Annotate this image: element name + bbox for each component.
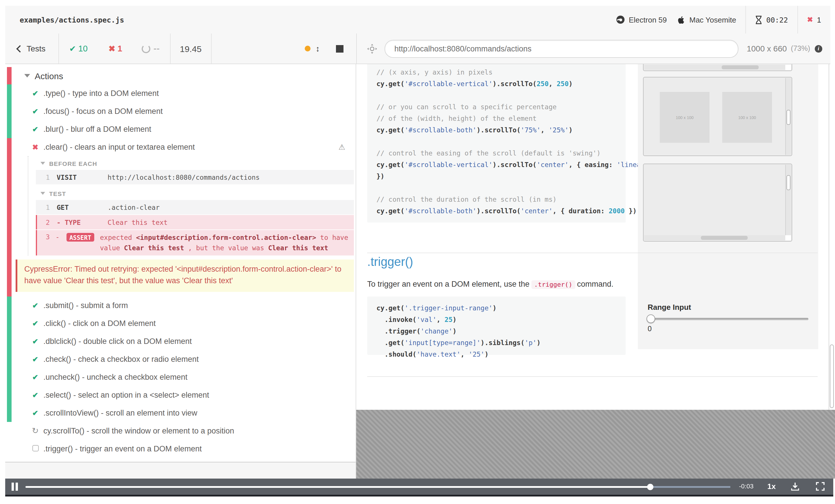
test-stats: ✔10 ✖1 -- xyxy=(59,34,170,64)
reporter-controls: Tests ✔10 ✖1 -- 19.45 ↕ xyxy=(5,34,357,64)
test-row[interactable]: .trigger() - trigger an event on a DOM e… xyxy=(12,440,355,458)
collapse-triangle-icon xyxy=(24,74,30,78)
code-line: cy.get('#scrollable-both').scrollTo('75%… xyxy=(376,124,616,136)
before-each-label: BEFORE EACH xyxy=(49,160,97,167)
test-label: .scrollIntoView() - scroll an element in… xyxy=(43,408,197,417)
collapse-triangle-icon xyxy=(40,192,45,195)
horizontal-scrollbar[interactable] xyxy=(644,65,785,70)
suite-actions[interactable]: Actions xyxy=(12,67,355,84)
command-row-type[interactable]: 2 - TYPE Clear this text xyxy=(36,215,354,229)
scroll-updown-icon[interactable]: ↕ xyxy=(316,44,320,53)
pending-stat: -- xyxy=(142,43,160,54)
test-row[interactable]: ✔.check() - check a checkbox or radio el… xyxy=(12,350,355,368)
vertical-scrollbar[interactable] xyxy=(785,165,791,235)
trigger-code-block: cy.get('.trigger-input-range') .invoke('… xyxy=(367,296,626,355)
viewport-zoom: (73%) xyxy=(791,44,810,52)
scrollbar-thumb[interactable] xyxy=(787,175,791,190)
scrollbar-thumb[interactable] xyxy=(830,344,834,408)
command-row-assert[interactable]: 3 - ASSERT expected <input#description.f… xyxy=(36,230,354,255)
chevron-left-icon xyxy=(16,45,23,52)
trigger-section-heading[interactable]: .trigger() xyxy=(367,255,413,269)
command-row-get[interactable]: 1 GET .action-clear xyxy=(36,200,354,214)
code-line: // of the (width, height) of the element xyxy=(376,113,616,124)
scrollbar-thumb[interactable] xyxy=(722,65,758,69)
aut-page-scrollbar[interactable] xyxy=(829,64,835,410)
pause-button[interactable] xyxy=(12,483,18,491)
download-icon[interactable] xyxy=(791,482,800,493)
test-row[interactable]: ✔.uncheck() - uncheck a checkbox element xyxy=(12,368,355,386)
range-slider[interactable] xyxy=(648,318,809,320)
scrollto-code-block: // (x axis, y axis) in pixelscy.get('#sc… xyxy=(367,64,626,223)
viewport-size: 1000 x 660 xyxy=(747,44,787,53)
suite-status-strip xyxy=(7,67,12,84)
scrollable-both-box[interactable] xyxy=(643,164,792,241)
section-divider xyxy=(367,253,818,253)
check-icon: ✔ xyxy=(30,89,40,98)
test-row[interactable]: ✔.dblclick() - double click on a DOM ele… xyxy=(12,332,355,350)
selector-playground-icon[interactable] xyxy=(367,44,377,54)
scrollable-vertical-box[interactable]: 100 x 100 100 x 100 xyxy=(643,77,792,156)
command-message: .action-clear xyxy=(107,203,160,211)
failed-test-detail: BEFORE EACH 1 VISIT http://localhost:808… xyxy=(28,156,355,255)
autoscroll-indicator-icon[interactable] xyxy=(305,46,310,51)
scrollbar-corner xyxy=(785,65,791,70)
test-row[interactable]: ↻cy.scrollTo() - scroll the window or el… xyxy=(12,422,355,440)
cypress-error-box[interactable]: CypressError: Timed out retrying: expect… xyxy=(16,259,354,292)
progress-thumb[interactable] xyxy=(647,483,653,490)
test-row[interactable]: ✔.select() - select an option in a <sele… xyxy=(12,386,355,404)
check-icon: ✔ xyxy=(30,373,40,381)
scrollbar-thumb[interactable] xyxy=(701,236,748,240)
code-line: .trigger('change') xyxy=(376,326,616,337)
elapsed-time: 00:22 xyxy=(766,15,788,24)
code-line: .invoke('val', 25) xyxy=(376,314,616,326)
range-slider-thumb[interactable] xyxy=(647,314,655,323)
command-number: 1 xyxy=(36,173,50,181)
placeholder-image: 100 x 100 xyxy=(722,92,772,143)
code-line xyxy=(376,89,616,101)
test-row[interactable]: ✔.focus() - focus on a DOM element xyxy=(12,102,355,120)
playback-speed-button[interactable]: 1x xyxy=(767,482,776,490)
test-row-clear-failed[interactable]: ✖ .clear() - clears an input or textarea… xyxy=(12,138,355,156)
fullscreen-icon[interactable] xyxy=(816,482,824,493)
pending-box-icon xyxy=(32,445,38,451)
desc-text: To trigger an event on a DOM element, us… xyxy=(367,280,529,289)
test-row[interactable]: ✔.blur() - blur off a DOM element xyxy=(12,120,355,138)
aut-url-input[interactable]: http://localhost:8080/commands/actions xyxy=(385,40,739,58)
section-divider xyxy=(367,376,818,377)
stop-button[interactable] xyxy=(336,45,344,52)
scrollable-horizontal-box[interactable] xyxy=(643,64,792,71)
test-section-header[interactable]: TEST xyxy=(28,187,355,200)
code-line xyxy=(376,136,616,147)
back-to-tests-button[interactable]: Tests xyxy=(5,34,58,64)
main-area: Actions ✔.type() - type into a DOM eleme… xyxy=(5,64,835,479)
viewport-info-icon[interactable]: i xyxy=(815,45,822,52)
test-row[interactable]: ✔.type() - type into a DOM element xyxy=(12,84,355,102)
scrollbar-thumb[interactable] xyxy=(787,110,791,125)
spec-filename: examples/actions.spec.js xyxy=(20,15,124,24)
progress-buffered xyxy=(651,486,730,488)
check-icon: ✔ xyxy=(69,44,76,53)
check-icon: ✔ xyxy=(30,408,40,417)
suite-title: Actions xyxy=(35,71,63,81)
cypress-runner-window: examples/actions.spec.js Electron 59 Mac… xyxy=(0,0,835,504)
test-row[interactable]: ✔.scrollIntoView() - scroll an element i… xyxy=(12,404,355,422)
test-label: .focus() - focus on a DOM element xyxy=(43,107,163,115)
browser-info[interactable]: Electron 59 Mac Yosemite xyxy=(608,6,746,34)
failed-stat: ✖1 xyxy=(108,44,122,53)
vertical-scrollbar[interactable] xyxy=(785,78,791,155)
code-line: // (x axis, y axis) in pixels xyxy=(376,66,616,78)
test-label: cy.scrollTo() - scroll the window or ele… xyxy=(43,426,234,435)
command-row-visit[interactable]: 1 VISIT http://localhost:8080/commands/a… xyxy=(36,170,354,184)
before-each-header[interactable]: BEFORE EACH xyxy=(28,157,355,169)
spinner-icon xyxy=(142,44,151,53)
horizontal-scrollbar[interactable] xyxy=(644,235,786,240)
inline-code: .trigger() xyxy=(531,280,575,289)
passed-count: 10 xyxy=(78,44,88,53)
test-row[interactable]: ✔.click() - click on a DOM element xyxy=(12,314,355,332)
warning-icon: ⚠ xyxy=(339,143,345,151)
code-line: cy.get('#scrollable-vertical').scrollTo(… xyxy=(376,159,616,170)
test-row[interactable]: ✔.submit() - submit a form xyxy=(12,296,355,314)
test-label: .type() - type into a DOM element xyxy=(43,89,159,98)
progress-played[interactable] xyxy=(25,486,651,488)
code-line: // or you can scroll to a specific perce… xyxy=(376,101,616,113)
